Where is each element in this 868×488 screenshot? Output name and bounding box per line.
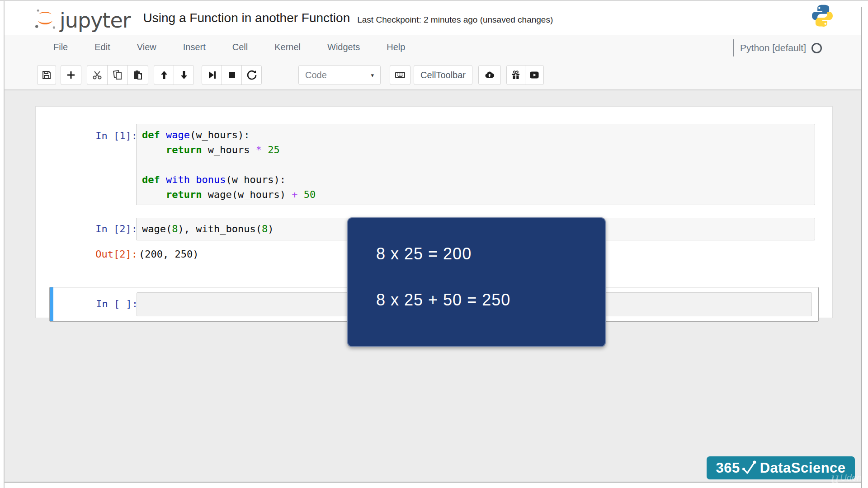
jupyter-logo-icon xyxy=(33,6,57,31)
kernel-idle-icon xyxy=(811,43,822,53)
run-icon xyxy=(207,70,217,80)
notebook-title[interactable]: Using a Function in another Function xyxy=(143,11,350,25)
out2-prompt: Out[2]: xyxy=(36,249,137,260)
callout-equation-2: 8 x 25 + 50 = 250 xyxy=(376,291,510,310)
run-group xyxy=(202,65,262,85)
notebook-header: jupyter Using a Function in another Func… xyxy=(5,2,861,35)
checkpoint-status: Last Checkpoint: 2 minutes ago (unsaved … xyxy=(357,15,553,25)
python-logo-icon xyxy=(809,3,835,29)
copy-icon xyxy=(112,70,123,80)
menu-insert[interactable]: Insert xyxy=(183,42,206,52)
annotation-callout: 8 x 25 = 200 8 x 25 + 50 = 250 xyxy=(347,217,606,347)
extras-group xyxy=(506,65,544,85)
toolbar: Code ▾ CellToolbar xyxy=(5,59,861,90)
copy-button[interactable] xyxy=(107,65,128,85)
jupyter-logo[interactable]: jupyter xyxy=(33,6,131,31)
menu-help[interactable]: Help xyxy=(387,42,405,52)
cell-type-selected: Code xyxy=(305,70,327,80)
save-button[interactable] xyxy=(37,65,56,85)
logo-suffix: DataScience xyxy=(760,460,846,476)
restart-kernel-button[interactable] xyxy=(241,65,262,85)
move-up-icon xyxy=(159,70,170,80)
command-palette-button[interactable] xyxy=(390,65,410,85)
gift-button[interactable] xyxy=(506,65,525,85)
restart-kernel-icon xyxy=(246,70,257,80)
interrupt-kernel-button[interactable] xyxy=(222,65,242,85)
menu-edit[interactable]: Edit xyxy=(94,42,110,52)
menu-view[interactable]: View xyxy=(137,42,156,52)
paste-icon xyxy=(132,70,143,80)
move-group xyxy=(154,65,194,85)
cell1-prompt: In [1]: xyxy=(36,130,137,141)
add-cell-button[interactable] xyxy=(61,65,81,85)
sqrt-node-icon xyxy=(741,459,759,477)
window-left-border xyxy=(4,1,5,488)
move-cell-down-button[interactable] xyxy=(174,65,194,85)
cell-toolbar-button[interactable]: CellToolbar xyxy=(414,65,472,85)
kernel-separator xyxy=(733,39,734,56)
window-right-border xyxy=(861,7,862,488)
video-tutorial-button[interactable] xyxy=(525,65,544,85)
kernel-indicator: Python [default] xyxy=(733,38,822,58)
cell3-prompt: In [ ]: xyxy=(36,298,138,310)
stop-icon xyxy=(226,70,237,80)
jupyter-logo-text: jupyter xyxy=(60,11,131,31)
menu-bar: File Edit View Insert Cell Kernel Widget… xyxy=(5,35,861,59)
clipboard-group xyxy=(87,65,148,85)
logo-prefix: 365 xyxy=(716,460,740,476)
add-cell-icon xyxy=(66,70,76,80)
browser-window: jupyter Using a Function in another Func… xyxy=(0,0,868,488)
menu-cell[interactable]: Cell xyxy=(232,42,248,52)
365-datascience-logo[interactable]: 365 DataScience xyxy=(707,456,855,479)
callout-equation-1: 8 x 25 = 200 xyxy=(376,244,472,263)
keyboard-icon xyxy=(395,70,406,80)
gift-icon xyxy=(510,70,521,80)
cell-type-dropdown[interactable]: Code ▾ xyxy=(298,65,381,85)
move-down-icon xyxy=(179,70,189,80)
paste-button[interactable] xyxy=(127,65,148,85)
move-cell-up-button[interactable] xyxy=(154,65,174,85)
cell2-prompt: In [2]: xyxy=(36,223,137,235)
cell1-code-area[interactable]: def wage(w_hours): return w_hours * 25 d… xyxy=(136,124,815,205)
run-cell-button[interactable] xyxy=(202,65,222,85)
menu-kernel[interactable]: Kernel xyxy=(274,42,301,52)
save-icon xyxy=(41,70,52,80)
menu-widgets[interactable]: Widgets xyxy=(327,42,360,52)
cloud-upload-button[interactable] xyxy=(478,65,501,85)
out2-value: (200, 250) xyxy=(139,249,198,260)
chevron-down-icon: ▾ xyxy=(371,72,374,79)
kernel-name: Python [default] xyxy=(740,42,806,53)
cut-icon xyxy=(92,70,103,80)
menu-file[interactable]: File xyxy=(53,42,68,52)
cloud-upload-icon xyxy=(484,70,495,80)
video-icon xyxy=(529,70,540,80)
cut-button[interactable] xyxy=(87,65,108,85)
